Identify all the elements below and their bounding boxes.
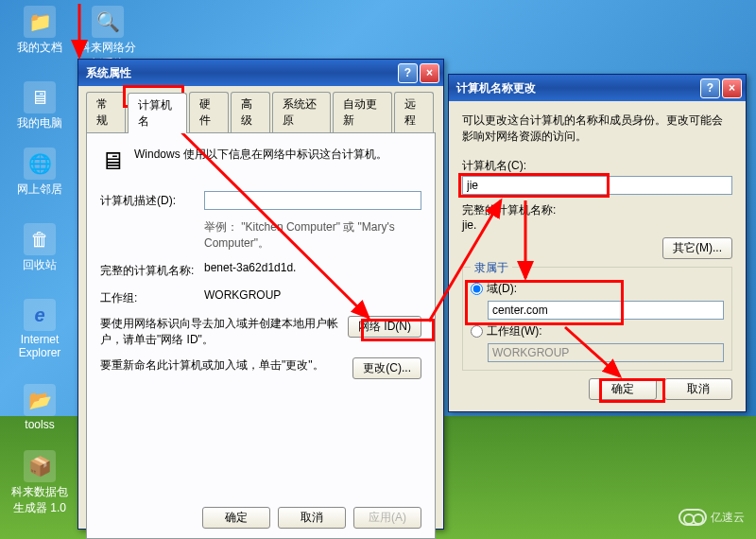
trash-icon: 🗑 <box>24 223 56 255</box>
folder-icon: 📁 <box>24 6 56 38</box>
window-title: 计算机名称更改 <box>453 80 698 96</box>
workgroup-label: 工作组: <box>100 288 204 306</box>
tab-remote[interactable]: 远程 <box>394 92 434 132</box>
cancel-button[interactable]: 取消 <box>278 507 346 529</box>
computer-icon: 🖥 <box>100 147 134 176</box>
help-button[interactable]: ? <box>700 78 720 98</box>
tab-restore[interactable]: 系统还原 <box>272 92 331 132</box>
watermark: 亿速云 <box>679 509 745 526</box>
tab-advanced[interactable]: 高级 <box>231 92 270 132</box>
window-system-properties: 系统属性 ? × 常规 计算机名 硬件 高级 系统还原 自动更新 远程 🖥 Wi… <box>77 59 444 530</box>
desktop-icon-recycle[interactable]: 🗑回收站 <box>11 223 68 273</box>
tab-body: 🖥 Windows 使用以下信息在网络中标识这台计算机。 计算机描述(D): 举… <box>86 132 436 539</box>
tab-hardware[interactable]: 硬件 <box>189 92 229 132</box>
netid-button[interactable]: 网络 ID(N) <box>348 316 421 338</box>
desktop-icon-documents[interactable]: 📁我的文档 <box>11 6 68 56</box>
fullname-value: jie. <box>462 218 732 232</box>
ok-button[interactable]: 确定 <box>202 507 270 529</box>
apply-button[interactable]: 应用(A) <box>353 507 421 529</box>
tab-update[interactable]: 自动更新 <box>333 92 391 132</box>
help-button[interactable]: ? <box>398 63 418 83</box>
change-button[interactable]: 更改(C)... <box>352 357 421 379</box>
computer-icon: 🖥 <box>24 81 56 113</box>
domain-radio-input[interactable] <box>471 283 483 295</box>
fullname-value: benet-3a62d1d1d. <box>204 261 421 274</box>
workgroup-radio[interactable]: 工作组(W): <box>471 323 724 339</box>
ie-icon: e <box>24 299 56 331</box>
desc-example: 举例： "Kitchen Computer" 或 "Mary's Compute… <box>204 219 421 252</box>
desc-label: 计算机描述(D): <box>100 191 204 209</box>
workgroup-value: WORKGROUP <box>204 288 421 302</box>
domain-radio[interactable]: 域(D): <box>471 281 724 297</box>
domain-input[interactable] <box>488 301 724 320</box>
desktop-icon-network[interactable]: 🌐网上邻居 <box>11 148 68 198</box>
member-legend: 隶属于 <box>471 260 512 276</box>
workgroup-input <box>488 343 724 362</box>
workgroup-radio-input[interactable] <box>471 325 483 338</box>
window-title: 系统属性 <box>82 65 396 81</box>
watermark-logo-icon <box>679 509 707 526</box>
cancel-button[interactable]: 取消 <box>664 378 732 400</box>
tab-general[interactable]: 常规 <box>86 92 126 132</box>
folder-icon: 📂 <box>24 384 56 416</box>
desc-input[interactable] <box>204 191 421 210</box>
tabs-bar: 常规 计算机名 硬件 高级 系统还原 自动更新 远程 <box>78 86 443 132</box>
fullname-label: 完整的计算机名称: <box>462 202 732 218</box>
desktop-icon-toolss[interactable]: 📂toolss <box>11 384 68 431</box>
network-icon: 🌐 <box>24 148 56 180</box>
desktop-icon-ie[interactable]: eInternet Explorer <box>11 299 68 359</box>
desktop-icon-packetgen[interactable]: 📦科来数据包生成器 1.0 <box>11 450 68 516</box>
computer-name-input[interactable] <box>462 176 732 195</box>
intro-text: Windows 使用以下信息在网络中标识这台计算机。 <box>134 147 421 176</box>
member-group: 隶属于 域(D): 工作组(W): <box>462 267 732 371</box>
more-button[interactable]: 其它(M)... <box>662 237 732 259</box>
close-button[interactable]: × <box>722 78 742 98</box>
dialog-body: 可以更改这台计算机的名称和成员身份。更改可能会影响对网络资源的访问。 计算机名(… <box>449 101 746 411</box>
app-icon: 📦 <box>24 450 56 482</box>
window-rename: 计算机名称更改 ? × 可以更改这台计算机的名称和成员身份。更改可能会影响对网络… <box>448 74 747 412</box>
change-text: 要重新命名此计算机或加入域，单击"更改"。 <box>100 357 352 374</box>
titlebar-sysprops[interactable]: 系统属性 ? × <box>78 60 443 86</box>
intro-text: 可以更改这台计算机的名称和成员身份。更改可能会影响对网络资源的访问。 <box>462 113 732 145</box>
titlebar-rename[interactable]: 计算机名称更改 ? × <box>449 75 746 101</box>
close-button[interactable]: × <box>420 63 439 83</box>
app-icon: 🔍 <box>92 6 124 38</box>
netid-text: 要使用网络标识向导去加入域并创建本地用户帐户，请单击"网络 ID"。 <box>100 316 348 348</box>
fullname-label: 完整的计算机名称: <box>100 261 204 279</box>
ok-button[interactable]: 确定 <box>589 378 657 400</box>
name-label: 计算机名(C): <box>462 158 732 174</box>
tab-computername[interactable]: 计算机名 <box>128 93 186 133</box>
desktop-icon-mycomputer[interactable]: 🖥我的电脑 <box>11 81 68 131</box>
